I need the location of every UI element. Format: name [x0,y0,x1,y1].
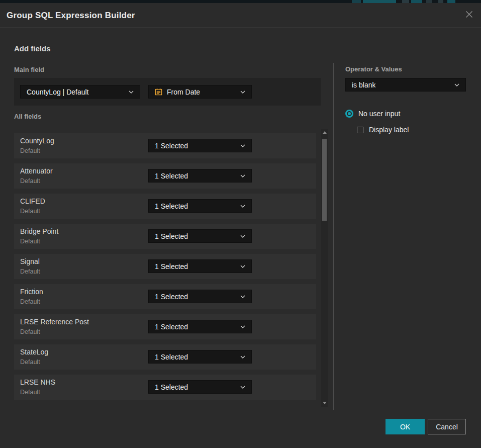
chevron-down-icon [240,235,245,238]
field-source-label: Default [20,359,40,366]
chevron-down-icon [240,265,245,268]
group-sql-expression-builder-dialog: Group SQL Expression Builder Add fields … [0,3,481,448]
main-field-label: Main field [14,66,44,73]
display-label-checkbox[interactable]: Display label [357,126,409,134]
field-name: LRSE Reference Post [20,318,89,326]
field-selection-dropdown[interactable]: 1 Selected [148,290,252,303]
chevron-down-icon [240,386,245,389]
field-selection-value: 1 Selected [155,323,188,331]
field-selection-value: 1 Selected [155,202,188,210]
field-name: Signal [20,257,40,265]
field-selection-dropdown[interactable]: 1 Selected [148,259,252,273]
field-name: Bridge Point [20,227,58,235]
scrollbar-thumb[interactable] [322,139,327,221]
field-source-label: Default [20,177,40,185]
field-selection-value: 1 Selected [155,293,188,301]
scroll-up-icon[interactable] [323,131,327,134]
field-source-label: Default [20,328,40,335]
field-selection-value: 1 Selected [155,383,188,391]
list-scrollbar[interactable] [321,129,328,407]
calendar-icon [155,88,162,96]
field-select-dropdown[interactable]: From Date [148,85,252,99]
chevron-down-icon [129,91,134,94]
chevron-down-icon [240,325,245,328]
field-row: LRSE NHS Default 1 Selected [14,375,316,400]
radio-selected-icon [345,110,353,118]
field-row: Attenuator Default 1 Selected [14,163,316,189]
field-selection-value: 1 Selected [155,353,188,361]
operator-select-dropdown[interactable]: is blank [345,78,466,92]
no-user-input-label: No user input [358,110,400,118]
dialog-title: Group SQL Expression Builder [7,11,135,21]
field-row: CountyLog Default 1 Selected [14,133,316,158]
chevron-down-icon [240,91,245,94]
chevron-down-icon [240,144,245,147]
chevron-down-icon [454,83,459,86]
field-row: StateLog Default 1 Selected [14,344,316,370]
scroll-down-icon[interactable] [323,402,327,404]
field-selection-dropdown[interactable]: 1 Selected [148,169,252,183]
display-label-text: Display label [369,126,409,134]
field-source-label: Default [20,298,40,305]
field-selection-dropdown[interactable]: 1 Selected [148,229,252,243]
field-selection-dropdown[interactable]: 1 Selected [148,139,252,152]
field-selection-value: 1 Selected [155,142,188,150]
layer-select-dropdown[interactable]: CountyLog | Default [20,85,140,99]
dialog-titlebar: Group SQL Expression Builder [0,3,481,28]
all-fields-label: All fields [14,113,41,120]
no-user-input-radio[interactable]: No user input [345,110,400,118]
main-field-panel: CountyLog | Default From Date [14,78,321,106]
field-row: CLIFED Default 1 Selected [14,194,316,219]
field-name: Friction [20,288,43,296]
ok-button[interactable]: OK [386,419,425,434]
operator-select-value: is blank [352,81,375,89]
field-name: CLIFED [20,197,45,205]
all-fields-list: CountyLog Default 1 Selected Attenuator … [14,133,316,405]
field-name: StateLog [20,348,48,356]
field-row: Signal Default 1 Selected [14,254,316,279]
close-icon [465,11,473,20]
field-source-label: Default [20,208,40,215]
field-row: LRSE Reference Post Default 1 Selected [14,314,316,339]
field-select-value: From Date [167,88,200,96]
field-selection-dropdown[interactable]: 1 Selected [148,320,252,333]
chevron-down-icon [240,174,245,177]
field-selection-dropdown[interactable]: 1 Selected [148,380,252,394]
cancel-button[interactable]: Cancel [428,419,466,434]
close-button[interactable] [464,10,474,20]
chevron-down-icon [240,205,245,208]
field-source-label: Default [20,238,40,245]
field-source-label: Default [20,147,40,154]
field-source-label: Default [20,389,40,396]
field-name: Attenuator [20,167,53,175]
field-source-label: Default [20,268,40,275]
field-selection-value: 1 Selected [155,262,188,271]
field-selection-value: 1 Selected [155,232,188,240]
field-selection-dropdown[interactable]: 1 Selected [148,199,252,213]
operator-values-label: Operator & Values [345,65,402,73]
panel-divider [333,63,334,410]
chevron-down-icon [240,295,245,298]
add-fields-heading: Add fields [14,44,51,53]
layer-select-value: CountyLog | Default [27,88,89,96]
field-name: CountyLog [20,137,54,145]
field-row: Bridge Point Default 1 Selected [14,224,316,249]
field-selection-value: 1 Selected [155,172,188,180]
field-name: LRSE NHS [20,378,55,386]
field-row: Friction Default 1 Selected [14,284,316,309]
checkbox-unchecked-icon [357,127,363,133]
chevron-down-icon [240,355,245,359]
field-selection-dropdown[interactable]: 1 Selected [148,350,252,364]
